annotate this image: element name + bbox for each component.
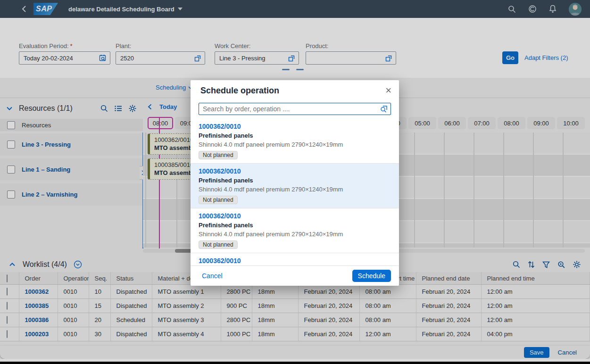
operation-list: 1000362/0010 Prefinished panels Shinnoki… xyxy=(191,119,399,265)
operation-list-item[interactable]: 1000362/0010 Prefinished panels Shinnoki… xyxy=(191,208,399,253)
page-bottom-edge xyxy=(0,362,590,364)
operation-order-link[interactable]: 1000362/0010 xyxy=(199,123,391,131)
dialog-cancel-button[interactable]: Cancel xyxy=(202,272,223,280)
operation-material: Prefinished panels xyxy=(199,221,391,229)
schedule-button[interactable]: Schedule xyxy=(352,270,391,282)
status-badge: Not planned xyxy=(199,240,238,249)
search-value-help-icon[interactable] xyxy=(380,105,388,113)
dialog-title: Schedule operation xyxy=(200,86,279,96)
operation-description: Shinnoki 4.0 mdf paneel premium 2790×124… xyxy=(199,141,391,149)
operation-description: Shinnoki 4.0 mdf paneel premium 2790×124… xyxy=(199,230,391,238)
dialog-search-field[interactable] xyxy=(199,103,391,115)
close-icon[interactable]: × xyxy=(385,85,391,96)
status-badge: Not planned xyxy=(199,196,238,204)
operation-description: Shinnoki 4.0 mdf paneel premium 2790×124… xyxy=(199,185,391,193)
dialog-search-input[interactable] xyxy=(199,105,380,113)
operation-list-item[interactable]: 1000362/0010 Prefinished panels Shinnoki… xyxy=(191,164,399,208)
dialog-footer: Cancel Schedule xyxy=(191,265,399,286)
operation-order-link[interactable]: 1000362/0010 xyxy=(199,167,391,175)
operation-order-link[interactable]: 1000362/0010 xyxy=(199,257,391,265)
operation-material: Prefinished panels xyxy=(199,176,391,184)
operation-list-item[interactable]: 1000362/0010 Prefinished panels Shinnoki… xyxy=(191,253,399,265)
operation-list-item[interactable]: 1000362/0010 Prefinished panels Shinnoki… xyxy=(191,119,399,164)
detailed-scheduling-board-app: SAP delaware Detailed Scheduling Board E… xyxy=(0,0,590,364)
operation-material: Prefinished panels xyxy=(199,132,391,140)
status-badge: Not planned xyxy=(199,151,238,159)
schedule-operation-dialog: Schedule operation × 1000362/0010 Prefin… xyxy=(191,80,399,286)
operation-order-link[interactable]: 1000362/0010 xyxy=(199,212,391,220)
